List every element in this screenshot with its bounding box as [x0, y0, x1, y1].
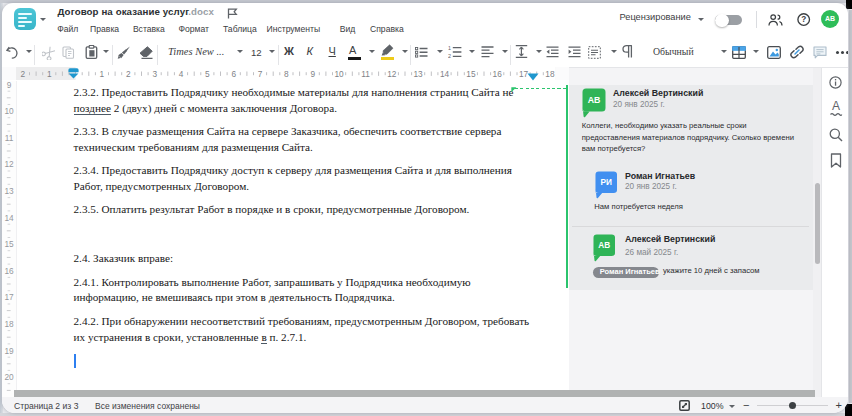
svg-text:2: 2 — [126, 69, 131, 79]
svg-text:4: 4 — [179, 69, 184, 79]
svg-text:7: 7 — [258, 69, 263, 79]
svg-text:8: 8 — [284, 69, 289, 79]
svg-text:1: 1 — [448, 45, 451, 51]
svg-text:2: 2 — [21, 69, 26, 79]
svg-text:13: 13 — [4, 185, 14, 195]
svg-text:12: 12 — [387, 69, 397, 79]
svg-text:13: 13 — [413, 69, 423, 79]
svg-text:?: ? — [801, 15, 806, 24]
svg-text:18: 18 — [4, 318, 14, 328]
svg-text:1: 1 — [47, 69, 52, 79]
svg-text:19: 19 — [4, 345, 14, 355]
svg-text:18: 18 — [545, 69, 555, 79]
svg-text:15: 15 — [4, 239, 14, 249]
svg-text:14: 14 — [440, 69, 450, 79]
svg-text:16: 16 — [4, 265, 14, 275]
svg-text:10: 10 — [4, 106, 14, 116]
svg-text:11: 11 — [5, 132, 14, 142]
svg-text:АВ: АВ — [598, 241, 610, 250]
svg-text:9: 9 — [7, 81, 12, 90]
svg-text:10: 10 — [334, 69, 344, 79]
svg-text:15: 15 — [466, 69, 476, 79]
svg-text:20: 20 — [4, 372, 14, 382]
svg-text:РИ: РИ — [600, 178, 611, 187]
svg-text:17: 17 — [4, 292, 14, 302]
svg-text:АВ: АВ — [588, 95, 601, 105]
svg-text:12: 12 — [4, 159, 14, 169]
svg-text:2: 2 — [448, 53, 451, 59]
svg-text:6: 6 — [231, 69, 236, 79]
svg-text:14: 14 — [4, 212, 14, 222]
svg-text:А: А — [831, 99, 839, 113]
svg-text:5: 5 — [205, 69, 210, 79]
svg-text:16: 16 — [493, 69, 503, 79]
svg-text:11: 11 — [361, 69, 370, 79]
svg-text:9: 9 — [310, 69, 315, 79]
svg-text:3: 3 — [152, 69, 157, 79]
svg-text:1: 1 — [100, 69, 105, 79]
